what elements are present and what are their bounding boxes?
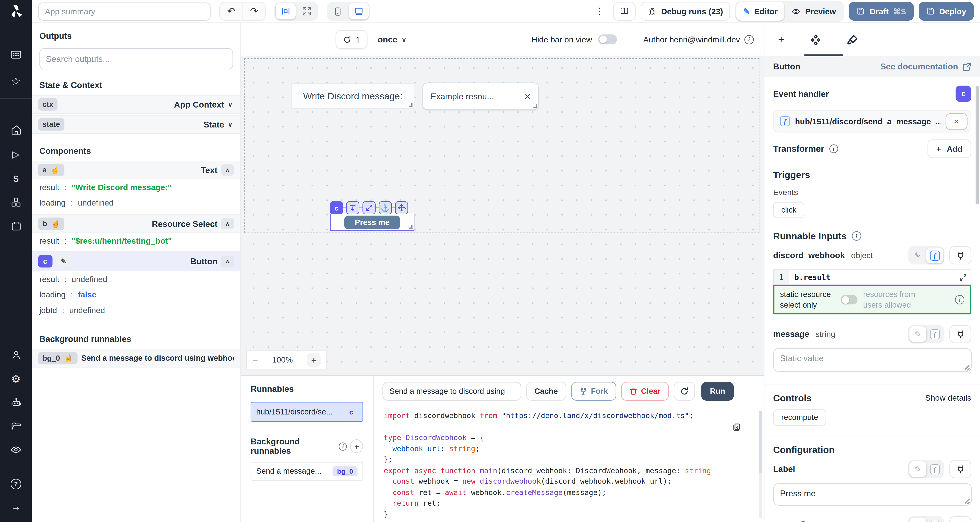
connect-plug-button[interactable] bbox=[950, 460, 971, 478]
expand-icon[interactable] bbox=[363, 201, 375, 214]
info-icon[interactable]: i bbox=[744, 35, 754, 44]
audit-eye-icon[interactable] bbox=[8, 442, 23, 457]
canvas-button-component[interactable]: Press me bbox=[344, 215, 400, 229]
copy-code-icon[interactable] bbox=[732, 423, 741, 432]
refresh-count-button[interactable]: 1 bbox=[336, 30, 368, 49]
code-scrollbar[interactable] bbox=[759, 411, 762, 518]
info-icon[interactable]: i bbox=[851, 231, 861, 240]
inspector-scrollbar[interactable] bbox=[976, 86, 979, 204]
users-person-icon[interactable] bbox=[8, 347, 23, 363]
recompute-chip[interactable]: recompute bbox=[773, 409, 826, 426]
mobile-view-button[interactable] bbox=[328, 3, 347, 19]
output-row-state[interactable]: state State ∨ bbox=[32, 115, 240, 134]
insert-component-tab[interactable]: + bbox=[778, 33, 784, 46]
tab-preview[interactable]: Preview bbox=[785, 2, 843, 21]
runnable-item-selected[interactable]: hub/1511/discord/se... c bbox=[251, 402, 363, 422]
pencil-icon[interactable]: ✎ bbox=[910, 326, 926, 342]
styling-brush-tab[interactable] bbox=[847, 34, 858, 45]
component-settings-tab[interactable] bbox=[810, 34, 821, 45]
schedules-calendar-icon[interactable] bbox=[8, 219, 23, 234]
chevron-down-icon[interactable]: ∨ bbox=[228, 101, 234, 108]
app-summary-input[interactable] bbox=[38, 2, 210, 21]
function-mode-button[interactable]: f bbox=[926, 326, 943, 342]
desktop-view-button[interactable] bbox=[349, 3, 369, 19]
resize-handle[interactable] bbox=[409, 225, 413, 229]
pencil-icon[interactable]: ✎ bbox=[910, 517, 926, 522]
collapse-button[interactable]: ∧ bbox=[221, 218, 234, 229]
resources-cubes-icon[interactable] bbox=[8, 194, 23, 209]
undo-button[interactable]: ↶ bbox=[220, 3, 242, 20]
canvas-area[interactable]: Write Discord message: Example resou... … bbox=[241, 56, 764, 375]
run-button[interactable]: Run bbox=[701, 382, 734, 401]
refresh-mode-dropdown[interactable]: once ∨ bbox=[378, 35, 408, 44]
chevron-down-icon[interactable]: ∨ bbox=[228, 121, 234, 128]
pencil-icon[interactable]: ✎ bbox=[910, 248, 926, 263]
settings-gear-icon[interactable]: ⚙ bbox=[8, 371, 23, 386]
workers-robot-icon[interactable] bbox=[8, 395, 23, 410]
dock-bottom-icon[interactable] bbox=[346, 201, 360, 214]
background-runnable-row[interactable]: bg_0☝ Send a message to discord using we… bbox=[32, 349, 240, 368]
component-row-b[interactable]: b☝ Resource Select ∧ bbox=[32, 214, 240, 233]
redo-button[interactable]: ↷ bbox=[242, 3, 265, 20]
connect-plug-button[interactable] bbox=[950, 516, 971, 522]
folders-icon[interactable] bbox=[8, 419, 23, 434]
info-icon[interactable]: i bbox=[339, 442, 347, 450]
text-component[interactable]: Write Discord message: bbox=[291, 83, 414, 109]
pencil-icon[interactable]: ✎ bbox=[910, 461, 926, 477]
component-row-a[interactable]: a☝ Text ∧ bbox=[32, 161, 240, 180]
anchor-icon[interactable]: ⚓ bbox=[379, 201, 392, 214]
code-block[interactable]: import discordwebhook from "https://deno… bbox=[384, 411, 755, 522]
event-click-chip[interactable]: click bbox=[773, 202, 805, 218]
function-mode-button[interactable]: f bbox=[926, 461, 943, 477]
search-outputs-input[interactable] bbox=[39, 48, 233, 69]
connect-plug-button[interactable] bbox=[950, 325, 971, 343]
collapse-button[interactable]: ∧ bbox=[221, 164, 234, 176]
debug-runs-button[interactable]: Debug runs (23) bbox=[641, 2, 730, 21]
fork-button[interactable]: Fork bbox=[571, 382, 616, 401]
info-icon[interactable]: i bbox=[799, 521, 808, 522]
static-resource-toggle[interactable] bbox=[841, 295, 858, 304]
show-details-link[interactable]: Show details bbox=[925, 393, 971, 403]
move-icon[interactable] bbox=[395, 201, 408, 214]
cache-button[interactable]: Cache bbox=[526, 382, 566, 401]
more-options-button[interactable]: ⋮ bbox=[591, 6, 608, 17]
center-layout-button[interactable] bbox=[275, 3, 296, 19]
label-value-input[interactable]: Press me bbox=[773, 483, 972, 506]
remove-handler-button[interactable]: × bbox=[945, 113, 967, 129]
resource-select-component[interactable]: Example resou... × bbox=[422, 83, 539, 110]
variables-dollar-icon[interactable]: $ bbox=[8, 170, 23, 186]
deploy-button[interactable]: Deploy bbox=[918, 2, 974, 21]
clear-button[interactable]: Clear bbox=[621, 382, 669, 401]
runs-play-icon[interactable]: ▷ bbox=[8, 147, 23, 162]
help-icon[interactable]: ? bbox=[8, 476, 23, 491]
background-runnable-item[interactable]: Send a message... bg_0 bbox=[251, 462, 363, 481]
add-background-runnable-button[interactable]: + bbox=[350, 439, 363, 453]
function-mode-button[interactable]: f bbox=[926, 517, 943, 522]
see-documentation-link[interactable]: See documentation bbox=[880, 62, 971, 71]
windmill-logo-icon[interactable] bbox=[8, 4, 23, 19]
fullwidth-layout-button[interactable] bbox=[297, 3, 317, 19]
docs-book-button[interactable] bbox=[613, 2, 635, 21]
favorites-star-icon[interactable]: ☆ bbox=[8, 74, 23, 89]
expression-editor-row[interactable]: 1 b.result bbox=[773, 269, 971, 285]
collapse-arrow-icon[interactable]: → bbox=[8, 499, 23, 514]
zoom-out-button[interactable]: − bbox=[253, 354, 258, 365]
resize-handle[interactable] bbox=[533, 104, 537, 108]
expand-editor-icon[interactable] bbox=[956, 270, 971, 284]
info-icon[interactable]: i bbox=[955, 295, 964, 304]
collapse-button[interactable]: ∧ bbox=[221, 256, 234, 267]
resize-handle[interactable] bbox=[409, 103, 413, 107]
connect-plug-button[interactable] bbox=[950, 247, 971, 264]
hide-bar-toggle[interactable] bbox=[598, 35, 617, 45]
clear-selection-icon[interactable]: × bbox=[525, 91, 531, 102]
home-icon[interactable] bbox=[8, 123, 23, 137]
pencil-icon[interactable]: ✎ bbox=[56, 254, 71, 268]
apps-board-icon[interactable] bbox=[8, 47, 23, 62]
event-handler-item[interactable]: f hub/1511/discord/send_a_message_... × bbox=[773, 110, 971, 132]
expression-value[interactable]: b.result bbox=[789, 270, 956, 284]
function-mode-button[interactable]: f bbox=[926, 248, 943, 263]
script-name-input[interactable] bbox=[382, 382, 521, 401]
zoom-in-button[interactable]: + bbox=[307, 353, 321, 367]
output-row-ctx[interactable]: ctx App Context ∨ bbox=[32, 95, 240, 114]
draft-save-button[interactable]: Draft ⌘S bbox=[849, 2, 913, 21]
